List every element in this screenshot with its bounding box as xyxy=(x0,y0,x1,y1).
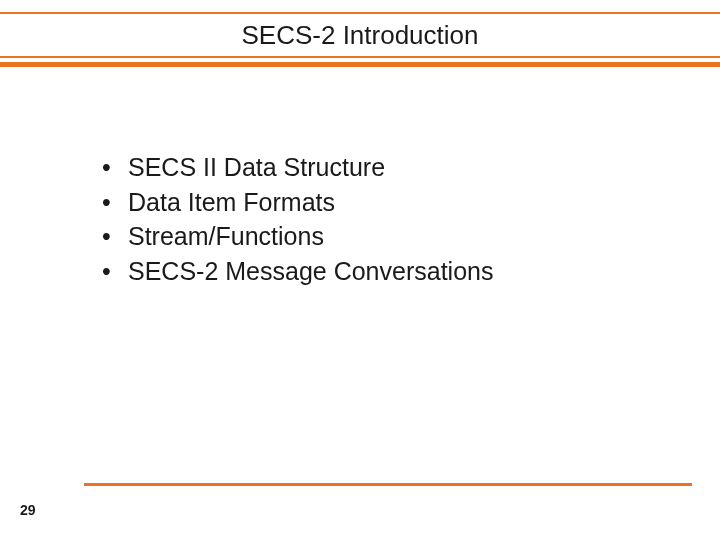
page-number: 29 xyxy=(20,502,36,518)
page-title: SECS-2 Introduction xyxy=(0,20,720,51)
bullet-icon: • xyxy=(100,185,128,220)
bullet-text: SECS-2 Message Conversations xyxy=(128,254,493,289)
list-item: • Stream/Functions xyxy=(100,219,680,254)
bullet-text: SECS II Data Structure xyxy=(128,150,385,185)
list-item: • SECS-2 Message Conversations xyxy=(100,254,680,289)
bullet-text: Stream/Functions xyxy=(128,219,324,254)
footer-rule xyxy=(84,483,692,486)
bullet-text: Data Item Formats xyxy=(128,185,335,220)
bullet-list: • SECS II Data Structure • Data Item For… xyxy=(100,150,680,288)
list-item: • SECS II Data Structure xyxy=(100,150,680,185)
content-area: • SECS II Data Structure • Data Item For… xyxy=(100,150,680,288)
title-underline-thin xyxy=(0,56,720,58)
bullet-icon: • xyxy=(100,254,128,289)
title-underline-thick xyxy=(0,62,720,67)
bullet-icon: • xyxy=(100,219,128,254)
list-item: • Data Item Formats xyxy=(100,185,680,220)
top-rule xyxy=(0,12,720,14)
bullet-icon: • xyxy=(100,150,128,185)
